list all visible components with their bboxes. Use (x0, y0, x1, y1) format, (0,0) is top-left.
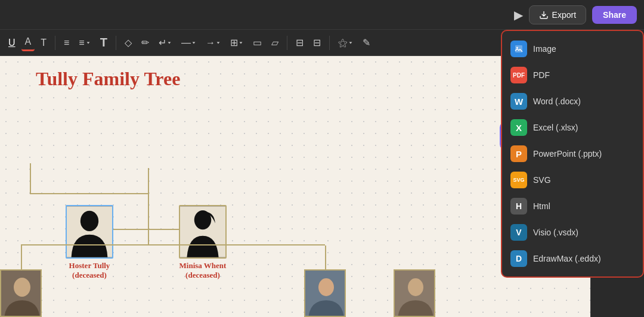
person-name-hoster: Hoster Tully(deceased) (69, 261, 110, 280)
v-bot-left (21, 245, 22, 269)
shape-tool[interactable]: ◇ (121, 35, 135, 51)
v-bot-center (325, 245, 326, 269)
arrow-tool[interactable]: → (202, 35, 224, 51)
align-tool[interactable]: ≡ (60, 35, 73, 51)
table-tool[interactable]: ⊞ (227, 35, 247, 51)
play-button[interactable]: ▶ (514, 8, 523, 22)
top-bar: ▶ Export Share (0, 0, 644, 30)
canvas-title: Tully Family Tree (36, 68, 180, 90)
svg-point-5 (14, 278, 30, 297)
font-color-tool[interactable]: A (21, 34, 35, 51)
person-img-hoster[interactable] (66, 205, 113, 259)
share-button[interactable]: Share (592, 6, 637, 24)
v-bot-main (148, 168, 149, 245)
star-tool[interactable]: ⚝ (335, 35, 357, 51)
line-tool[interactable]: — (178, 35, 200, 51)
rect2-tool[interactable]: ▱ (268, 35, 282, 51)
edit-tool[interactable]: ✎ (359, 35, 374, 51)
align-v-tool[interactable]: ⊟ (309, 35, 324, 51)
text-tool[interactable]: T (37, 35, 50, 51)
connector-tool[interactable]: ↵ (155, 35, 175, 51)
visio-icon: V (510, 224, 527, 241)
v-connector-left (30, 163, 31, 194)
rect-tool[interactable]: ▭ (249, 35, 265, 51)
person-name-minisa: Minisa Whent(deceased) (179, 261, 227, 280)
export-html[interactable]: H Html (502, 193, 643, 219)
person-img-minisa[interactable] (179, 205, 227, 259)
h-bot (21, 244, 325, 245)
toolbar-separator-3 (287, 36, 287, 50)
word-icon: W (510, 93, 527, 110)
export-button[interactable]: Export (529, 5, 586, 24)
export-edraw[interactable]: D EdrawMax (.eddx) (502, 245, 643, 272)
html-icon: H (510, 198, 527, 215)
h-connector-top (30, 193, 148, 194)
main-area: Tully Family Tree (0, 56, 644, 317)
export-word[interactable]: W Word (.docx) (502, 88, 643, 114)
pen-tool[interactable]: ✏ (138, 35, 153, 51)
export-ppt[interactable]: P PowerPoint (.pptx) (502, 141, 643, 167)
app-container: ▶ Export Share U A T ≡ ≡ T ◇ ✏ ↵ — → (0, 0, 644, 317)
align-rows-tool[interactable]: ≡ (75, 35, 94, 51)
export-image[interactable]: Image (502, 56, 643, 62)
edraw-icon: D (510, 250, 527, 267)
image-icon (510, 56, 527, 57)
export-svg[interactable]: SVG SVG (502, 167, 643, 193)
align-h-tool[interactable]: ⊟ (292, 35, 307, 51)
svg-point-1 (80, 211, 98, 231)
excel-icon: X (510, 119, 527, 136)
toolbar-separator-1 (55, 36, 55, 50)
underline-tool[interactable]: U (5, 35, 19, 51)
pdf-icon: PDF (510, 67, 527, 83)
export-visio[interactable]: V Visio (.vsdx) (502, 219, 643, 245)
bottom-person-center (304, 269, 346, 317)
person-card-minisa: Minisa Whent(deceased) (179, 205, 227, 280)
svg-point-7 (318, 278, 334, 296)
svg-point-9 (408, 278, 423, 296)
ppt-icon: P (510, 145, 527, 162)
bottom-person-left (0, 269, 42, 317)
h-connector (113, 229, 185, 230)
toolbar-separator-2 (116, 36, 116, 50)
svg-icon: SVG (510, 172, 527, 188)
export-pdf[interactable]: PDF PDF (502, 62, 643, 88)
export-dropdown: Image PDF PDF W Word (.docx) X Excel (.x… (501, 56, 644, 278)
person-card-hoster: Hoster Tully(deceased) (66, 205, 113, 280)
bottom-person-right (394, 269, 435, 317)
toolbar-separator-4 (329, 36, 330, 50)
export-excel[interactable]: X Excel (.xlsx) (502, 114, 643, 141)
text2-tool[interactable]: T (97, 33, 111, 52)
